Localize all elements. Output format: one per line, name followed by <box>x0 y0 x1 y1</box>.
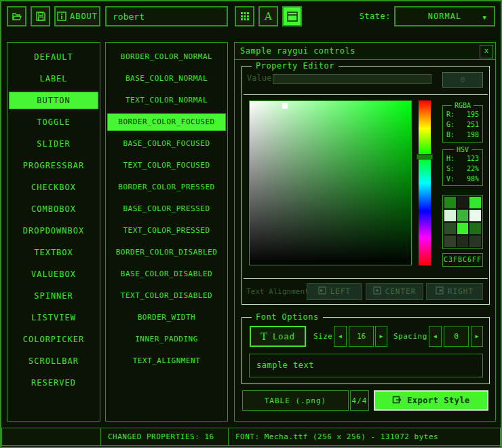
font-spacing-value[interactable]: 0 <box>444 326 469 347</box>
list-item-base-color-disabled[interactable]: BASE_COLOR_DISABLED <box>107 265 226 283</box>
hex-color-value[interactable]: C3FBC6FF <box>442 253 483 267</box>
list-item-text-color-focused[interactable]: TEXT_COLOR_FOCUSED <box>107 157 226 174</box>
color-picker-panel[interactable] <box>249 100 412 265</box>
statusbar-cell-empty <box>1 428 101 446</box>
style-name-input[interactable] <box>105 6 228 26</box>
list-item-scrollbar[interactable]: SCROLLBAR <box>9 352 98 370</box>
list-item-text-color-normal[interactable]: TEXT_COLOR_NORMAL <box>107 92 226 109</box>
font-size-value[interactable]: 16 <box>349 326 374 347</box>
font-load-button[interactable]: T Load <box>250 326 306 347</box>
state-label: State: <box>346 6 391 26</box>
list-item-label[interactable]: LABEL <box>9 70 98 88</box>
red-value: 195 <box>467 109 479 119</box>
size-decrement-button[interactable]: ◀ <box>334 326 347 347</box>
color-picker-cursor[interactable] <box>282 103 288 109</box>
align-right-button[interactable]: RIGHT <box>426 283 483 300</box>
swatch[interactable] <box>469 210 481 221</box>
green-value: 251 <box>467 119 479 130</box>
about-button[interactable]: ABOUT <box>54 6 100 26</box>
font-view-button[interactable]: A <box>258 6 278 26</box>
list-item-checkbox[interactable]: CHECKBOX <box>9 179 98 196</box>
spacing-increment-button[interactable]: ▶ <box>471 326 483 347</box>
list-item-textbox[interactable]: TEXTBOX <box>9 244 98 261</box>
swatch[interactable] <box>444 223 456 234</box>
hsv-hue-row: H: 123 <box>443 153 482 164</box>
floppy-disk-icon <box>35 11 46 22</box>
swatch[interactable] <box>457 236 469 247</box>
state-dropdown[interactable]: NORMAL ▼ <box>394 6 495 26</box>
window-titlebar[interactable]: Sample raygui controls x <box>235 43 495 60</box>
sat-value: 22% <box>467 164 479 174</box>
separator-line <box>244 278 488 279</box>
list-item-text-color-disabled[interactable]: TEXT_COLOR_DISABLED <box>107 287 226 305</box>
list-item-border-color-normal[interactable]: BORDER_COLOR_NORMAL <box>107 48 226 66</box>
pages-value-box[interactable]: 4/4 <box>350 390 369 411</box>
list-item-spinner[interactable]: SPINNER <box>9 287 98 305</box>
list-item-default[interactable]: DEFAULT <box>9 48 98 66</box>
hue-label: H: <box>446 153 455 164</box>
list-item-button-selected[interactable]: BUTTON <box>9 92 98 109</box>
list-item-border-color-focused-selected[interactable]: BORDER_COLOR_FOCUSED <box>107 113 226 131</box>
export-style-button[interactable]: Export Style <box>374 390 488 411</box>
list-item-border-color-pressed[interactable]: BORDER_COLOR_PRESSED <box>107 179 226 196</box>
style-color-swatches <box>442 195 483 249</box>
size-increment-button[interactable]: ▶ <box>375 326 387 347</box>
state-dropdown-value: NORMAL <box>428 12 461 21</box>
list-item-combobox[interactable]: COMBOBOX <box>9 200 98 218</box>
list-item-colorpicker[interactable]: COLORPICKER <box>9 331 98 348</box>
arrow-right-icon: ▶ <box>380 333 383 339</box>
swatch[interactable] <box>457 223 469 234</box>
align-left-button[interactable]: LEFT <box>307 283 362 300</box>
window-icon <box>287 12 298 22</box>
swatch[interactable] <box>444 236 456 247</box>
sample-text-box[interactable]: sample text <box>249 354 483 377</box>
swatch[interactable] <box>469 236 481 247</box>
swatch[interactable] <box>444 210 456 221</box>
list-item-valuebox[interactable]: VALUEBOX <box>9 265 98 283</box>
export-format-button[interactable]: TABLE (.png) <box>242 390 349 411</box>
controls-view-button[interactable] <box>282 6 302 26</box>
list-item-dropdownbox[interactable]: DROPDOWNBOX <box>9 222 98 240</box>
style-table-view-button[interactable] <box>235 6 254 26</box>
about-button-label: ABOUT <box>70 12 98 21</box>
list-item-border-color-disabled[interactable]: BORDER_COLOR_DISABLED <box>107 244 226 261</box>
list-item-base-color-normal[interactable]: BASE_COLOR_NORMAL <box>107 70 226 88</box>
blue-value: 198 <box>467 130 479 140</box>
value-box[interactable]: 0 <box>442 72 483 88</box>
controls-list: DEFAULT LABEL BUTTON TOGGLE SLIDER PROGR… <box>7 42 100 422</box>
hsv-val-row: V: 98% <box>443 174 482 184</box>
list-item-progressbar[interactable]: PROGRESSBAR <box>9 157 98 174</box>
folder-open-icon <box>12 11 22 22</box>
list-item-text-alignment[interactable]: TEXT_ALIGNMENT <box>107 352 226 370</box>
list-item-listview[interactable]: LISTVIEW <box>9 309 98 326</box>
swatch[interactable] <box>457 210 469 221</box>
swatch[interactable] <box>469 223 481 234</box>
list-item-inner-padding[interactable]: INNER_PADDING <box>107 331 226 348</box>
list-item-toggle[interactable]: TOGGLE <box>9 113 98 131</box>
chevron-down-icon: ▼ <box>483 7 487 28</box>
align-center-button[interactable]: CENTER <box>366 283 423 300</box>
separator-line <box>244 94 488 95</box>
list-item-text-color-pressed[interactable]: TEXT_COLOR_PRESSED <box>107 222 226 240</box>
close-icon[interactable]: x <box>480 45 493 58</box>
swatch[interactable] <box>469 197 481 208</box>
align-center-icon <box>373 286 381 297</box>
list-item-slider[interactable]: SLIDER <box>9 135 98 153</box>
swatch[interactable] <box>444 197 456 208</box>
export-format-value: TABLE (.png) <box>265 396 326 405</box>
align-center-button-label: CENTER <box>385 287 417 296</box>
hue-slider[interactable] <box>419 100 431 265</box>
value-slider[interactable] <box>273 74 431 84</box>
hue-slider-handle[interactable] <box>417 154 433 160</box>
open-style-button[interactable] <box>7 6 26 26</box>
swatch[interactable] <box>457 197 469 208</box>
align-left-icon <box>318 286 326 297</box>
spacing-decrement-button[interactable]: ◀ <box>429 326 442 347</box>
property-editor-group: Property Editor Value: 0 RGBA R: 195 G <box>242 66 490 305</box>
list-item-border-width[interactable]: BORDER_WIDTH <box>107 309 226 326</box>
sat-label: S: <box>446 164 455 174</box>
list-item-reserved[interactable]: RESERVED <box>9 374 98 392</box>
save-style-button[interactable] <box>31 6 50 26</box>
list-item-base-color-focused[interactable]: BASE_COLOR_FOCUSED <box>107 135 226 153</box>
list-item-base-color-pressed[interactable]: BASE_COLOR_PRESSED <box>107 200 226 218</box>
